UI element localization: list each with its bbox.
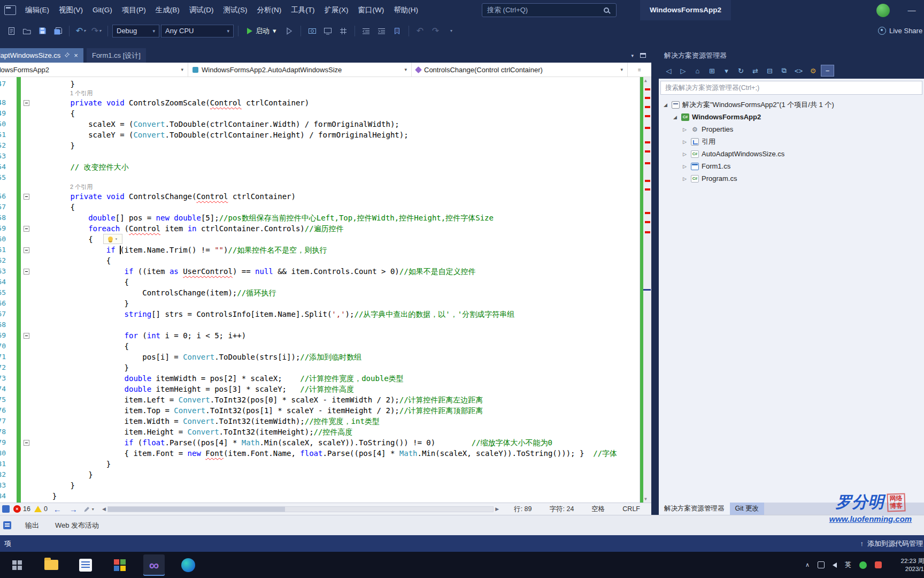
navigate-backward-button[interactable]: ←: [51, 505, 64, 514]
warning-count-button[interactable]: 0: [34, 505, 48, 513]
start-without-debugging-icon[interactable]: [282, 24, 296, 38]
breadcrumb-member[interactable]: ControlsChange(Control ctrlContainer) ▾: [412, 63, 628, 77]
scrollbar-thumb[interactable]: [108, 507, 285, 512]
code-line[interactable]: 64 {: [0, 277, 640, 287]
fold-collapse-icon[interactable]: [24, 333, 29, 339]
code-line[interactable]: 52 }: [0, 140, 640, 151]
code-line[interactable]: 83 }: [0, 480, 640, 491]
code-line[interactable]: 82 }: [0, 469, 640, 480]
live-share-button[interactable]: Live Share: [878, 27, 924, 35]
code-line[interactable]: 50 scaleX = (Convert.ToDouble(ctrlContai…: [0, 119, 640, 130]
save-icon[interactable]: [35, 24, 49, 38]
code-line[interactable]: 70 {: [0, 341, 640, 352]
menu-item[interactable]: 扩展(X): [320, 0, 353, 20]
code-line[interactable]: 63 if ((item as UserControl) == null && …: [0, 266, 640, 277]
tree-item-project-windowsformsapp2[interactable]: ◢C#WindowsFormsApp2: [659, 111, 924, 123]
properties-icon[interactable]: ⚙: [806, 65, 820, 77]
taskbar-clock[interactable]: 22:23 周 2023/1: [890, 557, 924, 573]
marker-tool-button[interactable]: ▾: [83, 506, 94, 513]
tree-item-solution[interactable]: ◢解决方案"WindowsFormsApp2"(1 个项目/共 1 个): [659, 98, 924, 111]
code-line[interactable]: 57 {: [0, 202, 640, 212]
menu-item[interactable]: 帮助(H): [389, 0, 423, 20]
menu-item[interactable]: 工具(T): [286, 0, 319, 20]
code-line[interactable]: 54 // 改变控件大小: [0, 162, 640, 172]
undo-icon[interactable]: ↶▾: [74, 24, 88, 38]
cursor-column-indicator[interactable]: 字符: 24: [542, 505, 581, 514]
breadcrumb-project[interactable]: WindowsFormsApp2 ▾: [0, 63, 188, 77]
toolbar-overflow-icon[interactable]: ▾: [444, 24, 458, 38]
tree-item-file-autoadaptwindowssize-cs[interactable]: ▷C#AutoAdaptWindowsSize.cs: [659, 148, 924, 160]
fold-collapse-icon[interactable]: [24, 269, 29, 275]
error-count-button[interactable]: × 16: [13, 505, 30, 513]
views-dropdown-icon[interactable]: ▾: [720, 65, 733, 77]
menu-item[interactable]: 分析(N): [252, 0, 287, 20]
split-editor-icon[interactable]: ≡: [628, 63, 651, 77]
switch-views-icon[interactable]: ⊞: [705, 65, 719, 77]
code-line[interactable]: 81 }: [0, 459, 640, 469]
monitor-icon[interactable]: [321, 24, 335, 38]
taskbar-app-icon[interactable]: [75, 554, 96, 576]
code-line[interactable]: 77 item.Width = Convert.ToInt32(itemWidt…: [0, 416, 640, 427]
code-line[interactable]: 61 if (item.Name.Trim() != "")//如果控件名不是空…: [0, 245, 640, 255]
code-line[interactable]: 53: [0, 151, 640, 162]
code-line[interactable]: 65 ControlsChange(item);//循环执行: [0, 287, 640, 298]
visual-studio-icon[interactable]: ∞: [143, 554, 165, 576]
tray-icon-red[interactable]: [875, 561, 882, 568]
navigate-forward-button[interactable]: →: [67, 505, 80, 514]
expander-icon[interactable]: ◢: [662, 102, 669, 108]
pin-icon[interactable]: [64, 51, 70, 59]
minimize-button[interactable]: —: [899, 0, 924, 20]
fold-collapse-icon[interactable]: [24, 247, 29, 253]
menu-item[interactable]: 窗口(W): [353, 0, 389, 20]
edge-icon[interactable]: [178, 554, 199, 576]
start-button[interactable]: [6, 554, 28, 576]
fold-collapse-icon[interactable]: [24, 100, 29, 106]
tree-item-references[interactable]: ▷引用: [659, 135, 924, 148]
quick-actions-lightbulb[interactable]: ▾: [103, 234, 122, 244]
fold-collapse-icon[interactable]: [24, 194, 29, 200]
back-icon[interactable]: ◁: [662, 65, 675, 77]
hidden-icons-chevron[interactable]: ∧: [805, 561, 810, 568]
code-line[interactable]: 78 item.Height = Convert.ToInt32(itemHei…: [0, 427, 640, 437]
file-explorer-icon[interactable]: [41, 554, 62, 576]
platform-select[interactable]: Any CPU▾: [161, 25, 234, 37]
code-line[interactable]: 68: [0, 320, 640, 330]
editor-vertical-scrollbar[interactable]: [640, 77, 651, 503]
quick-search-box[interactable]: 搜索 (Ctrl+Q): [482, 3, 617, 17]
navigate-forward-icon[interactable]: ↷: [429, 24, 443, 38]
code-line[interactable]: 55: [0, 172, 640, 183]
code-line[interactable]: 69 for (int i = 0; i < 5; i++): [0, 330, 640, 341]
expander-icon[interactable]: ▷: [681, 164, 688, 169]
tray-icon-green[interactable]: [859, 561, 867, 569]
new-project-icon[interactable]: [4, 24, 18, 38]
screenshot-icon[interactable]: [305, 24, 319, 38]
menu-item[interactable]: 生成(B): [151, 0, 184, 20]
configuration-select[interactable]: Debug▾: [112, 25, 159, 37]
code-line[interactable]: 66 }: [0, 298, 640, 309]
code-line[interactable]: 47 }: [0, 79, 640, 89]
tree-item-file-form1-cs[interactable]: ▷Form1.cs: [659, 160, 924, 172]
taskbar-app-icon[interactable]: [109, 554, 130, 576]
breadcrumb-type[interactable]: WindowsFormsApp2.AutoAdaptWindowsSize ▾: [188, 63, 412, 77]
tab-output[interactable]: 输出: [23, 520, 41, 531]
code-line[interactable]: 76 item.Top = Convert.ToInt32(pos[1] * s…: [0, 405, 640, 416]
fold-collapse-icon[interactable]: [24, 226, 29, 232]
decrease-indent-icon[interactable]: [359, 24, 373, 38]
tray-icon[interactable]: [818, 561, 825, 568]
menu-item[interactable]: 编辑(E): [20, 0, 54, 20]
codelens-references[interactable]: 1 个引用: [0, 89, 640, 97]
code-line[interactable]: 48 private void ControlsZoomScale(Contro…: [0, 97, 640, 108]
code-line[interactable]: 84 }: [0, 491, 640, 501]
indentation-indicator[interactable]: 空格: [584, 505, 612, 514]
navigate-back-icon[interactable]: ↶: [413, 24, 427, 38]
view-code-icon[interactable]: <>: [792, 65, 805, 77]
expander-icon[interactable]: ▷: [681, 151, 688, 157]
code-line[interactable]: 79 if (float.Parse((pos[4] * Math.Min(sc…: [0, 437, 640, 448]
panel-splitter[interactable]: [651, 48, 659, 515]
code-line[interactable]: 58 double[] pos = new double[5];//pos数组保…: [0, 212, 640, 223]
close-icon[interactable]: ×: [74, 51, 78, 59]
code-line[interactable]: 80 { item.Font = new Font(item.Font.Name…: [0, 448, 640, 459]
code-line[interactable]: 51 scaleY = (Convert.ToDouble(ctrlContai…: [0, 130, 640, 140]
tab-list-dropdown-icon[interactable]: ▾: [631, 53, 634, 58]
expander-icon[interactable]: ▷: [681, 127, 688, 132]
